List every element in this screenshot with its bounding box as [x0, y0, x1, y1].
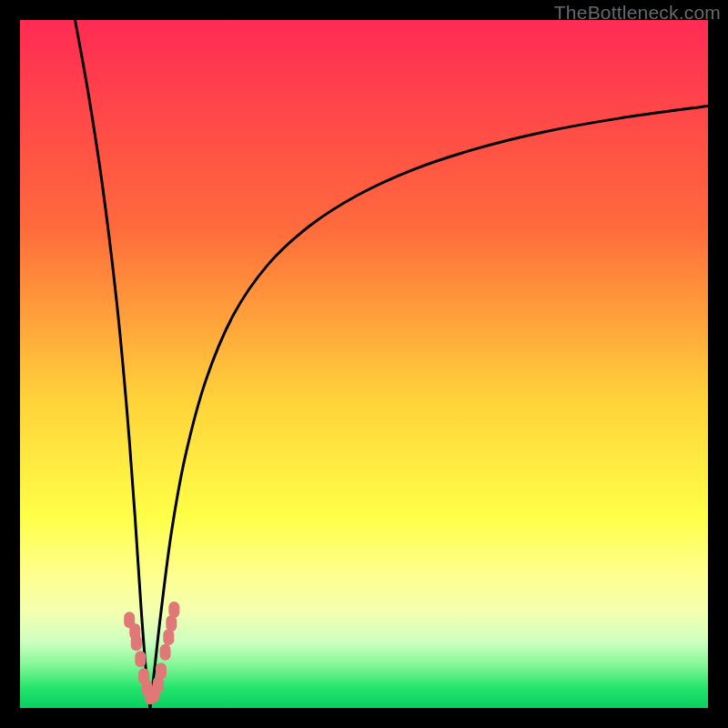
data-marker	[156, 662, 167, 679]
data-marker	[168, 602, 179, 618]
watermark-text: TheBottleneck.com	[554, 2, 721, 24]
data-marker	[160, 644, 171, 661]
plot-frame	[20, 20, 708, 708]
data-marker	[135, 651, 146, 667]
bottleneck-chart	[20, 20, 708, 708]
data-marker	[131, 634, 142, 651]
